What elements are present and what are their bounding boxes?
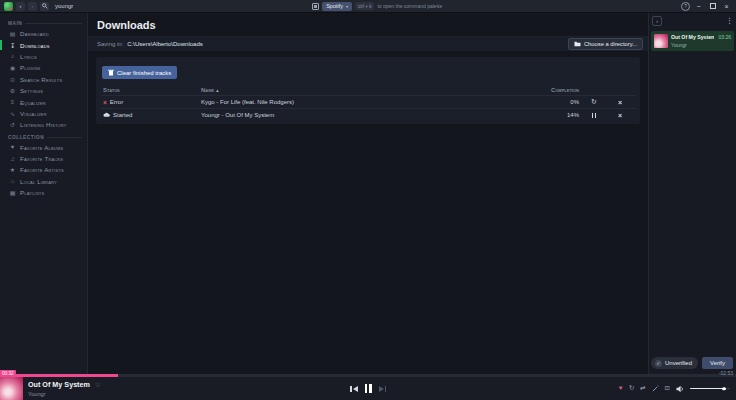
column-header-status[interactable]: Status [103,87,201,93]
help-icon[interactable]: ? [681,2,690,11]
next-icon [385,386,387,392]
sidebar-item-label: Plugins [20,64,40,71]
column-header-name-label: Name [201,87,214,93]
verify-button[interactable]: Verify [702,357,733,369]
player-bar: Out Of My System ♡ Youngr ♥ ↻ ⇄ ⊡ [0,377,736,400]
sidebar-item-lyrics[interactable]: ♪ Lyrics [0,51,87,62]
sidebar-item-label: Playlists [20,189,44,196]
page-title: Downloads [88,13,648,37]
column-header-name[interactable]: Name▴ [201,87,529,93]
clear-finished-tracks-button[interactable]: Clear finished tracks [102,66,177,79]
queue-menu-button[interactable]: ⋮ [726,17,733,25]
sidebar-item-local-library[interactable]: ⌂ Local Library [0,176,87,187]
favorite-track-icon[interactable]: ♡ [95,381,100,388]
pause-button[interactable] [365,384,372,393]
stream-provider-label: Spotify [326,3,343,9]
sidebar-item-label: Local Library [20,178,57,185]
search-input[interactable]: youngr [55,3,73,9]
previous-icon [353,386,358,392]
volume-icon[interactable] [676,385,684,393]
track-name: Kygo - For Life (feat. Nile Rodgers) [201,99,529,105]
choose-directory-button[interactable]: Choose a directory... [568,38,643,50]
sidebar-item-label: Favorite Albums [20,144,63,151]
now-playing-album-art[interactable] [0,377,23,400]
repeat-icon[interactable]: ↻ [629,385,634,392]
now-playing-info: Out Of My System ♡ Youngr [28,380,100,397]
seek-bar[interactable] [0,374,736,377]
unverified-label: Unverified [665,360,692,366]
music-note-icon: ♫ [9,156,16,162]
search-results-icon: ⊙ [9,76,16,83]
volume-slider[interactable] [690,388,730,390]
back-button[interactable]: ‹ [16,2,25,11]
cloud-download-icon [103,112,110,118]
sidebar-item-settings[interactable]: ⚙ Settings [0,85,87,96]
player-secondary-controls: ♥ ↻ ⇄ ⊡ [619,385,730,393]
top-bar: ‹ › youngr Spotify ▾ ctrl + k to open th… [0,0,736,13]
sidebar-item-favorite-artists[interactable]: ★ Favorite Artists [0,164,87,175]
sidebar-item-playlists[interactable]: ▦ Playlists [0,187,87,198]
shuffle-icon[interactable]: ⇄ [640,385,645,392]
queue-item-current[interactable]: Out Of My System Youngr 03:26 [651,31,734,51]
sidebar-item-plugins[interactable]: ◉ Plugins [0,62,87,73]
search-button[interactable] [40,2,49,11]
completion-value: 14% [529,112,581,118]
sidebar-item-dashboard[interactable]: ▤ Dashboard [0,28,87,39]
sidebar-item-search-results[interactable]: ⊙ Search Results [0,74,87,85]
seek-progress-fill [0,374,118,377]
minimize-button[interactable]: − [693,3,704,10]
clear-finished-tracks-label: Clear finished tracks [117,70,171,76]
sidebar-item-downloads[interactable]: ↧ Downloads [0,39,87,50]
status-label: Error [110,99,123,105]
retry-download-button[interactable]: ↻ [581,98,607,106]
next-track-button[interactable] [379,386,387,392]
downloads-table: Status Name▴ Completion × Error Kygo - F… [101,84,635,121]
magic-wand-icon[interactable] [652,385,659,392]
sidebar-item-label: Lyrics [20,53,37,60]
next-icon [379,386,384,392]
volume-fill [690,388,724,390]
collapse-queue-button[interactable]: › [652,16,662,26]
folder-icon [574,41,581,47]
close-button[interactable]: × [721,3,732,10]
status-label: Started [113,112,132,118]
app-logo-icon[interactable] [4,2,13,11]
pause-download-button[interactable] [581,113,607,118]
app-window: ‹ › youngr Spotify ▾ ctrl + k to open th… [0,0,736,400]
dashboard-icon: ▤ [9,30,16,37]
track-name: Youngr - Out Of My System [201,112,529,118]
sidebar-item-listening-history[interactable]: ↺ Listening History [0,119,87,130]
stop-icon[interactable] [312,3,319,10]
remove-download-button[interactable]: × [607,99,633,106]
now-playing-title: Out Of My System [28,380,90,389]
saving-path-value: C:\Users\Alberto\Downloads [127,41,202,47]
downloads-table-header: Status Name▴ Completion [101,84,635,95]
time-remaining: -02:53 [719,370,733,376]
downloads-icon: ↧ [9,42,16,49]
maximize-button[interactable] [707,3,718,9]
sidebar-item-label: Search Results [20,76,62,83]
queue-header: › ⋮ [649,13,736,28]
stream-provider-dropdown[interactable]: Spotify ▾ [322,2,352,11]
sidebar-item-equalizer[interactable]: ≡ Equalizer [0,96,87,107]
previous-track-button[interactable] [350,386,358,392]
forward-button[interactable]: › [28,2,37,11]
status-cell: × Error [103,99,201,106]
sidebar-item-favorite-albums[interactable]: ♥ Favorite Albums [0,142,87,153]
completion-value: 0% [529,99,581,105]
unverified-badge: ✓ Unverified [651,357,698,369]
sidebar-item-favorite-tracks[interactable]: ♫ Favorite Tracks [0,153,87,164]
queue-track-title: Out Of My System [671,34,714,40]
queue-track-duration: 03:26 [718,34,731,48]
settings-gear-icon: ⚙ [9,87,16,94]
pause-icon [592,113,597,118]
sidebar-item-visualizer[interactable]: ∿ Visualizer [0,108,87,119]
heart-icon[interactable]: ♥ [619,385,623,392]
remove-download-button[interactable]: × [607,112,633,119]
chevron-down-icon: ▾ [346,4,348,9]
volume-thumb[interactable] [722,387,726,391]
miniplayer-icon[interactable]: ⊡ [665,385,670,392]
sidebar-section-collection: Collection [0,131,87,142]
column-header-completion[interactable]: Completion [529,87,581,93]
plugins-icon: ◉ [9,64,16,71]
